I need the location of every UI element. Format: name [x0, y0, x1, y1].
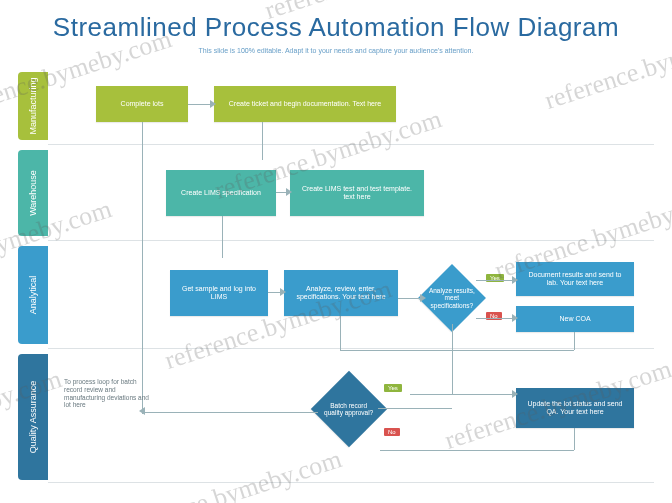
slide-title: Streamlined Process Automation Flow Diag… [18, 12, 654, 43]
connector [452, 324, 453, 394]
slide-subtitle: This slide is 100% editable. Adapt it to… [18, 47, 654, 54]
connector [340, 350, 574, 351]
connector [410, 394, 516, 395]
connector [476, 318, 516, 319]
decision-batch-record: Batch record quality approval? [311, 371, 387, 447]
connector [476, 280, 516, 281]
arrow-icon [286, 188, 292, 196]
node-new-coa: New COA [516, 306, 634, 332]
connector [380, 450, 574, 451]
arrow-icon [512, 276, 518, 284]
lane-label: Warehouse [28, 170, 38, 216]
slide: Streamlined Process Automation Flow Diag… [0, 0, 672, 503]
divider [48, 144, 654, 145]
connector [222, 216, 223, 258]
divider [48, 348, 654, 349]
connector [262, 122, 263, 160]
decision-label: Batch record quality approval? [322, 402, 376, 417]
lane-label: Analytical [28, 276, 38, 315]
decision-label: Analyze results, meet specifications? [428, 287, 476, 309]
connector [340, 316, 341, 350]
lane-label: Quality Assurance [28, 381, 38, 454]
arrow-icon [420, 294, 426, 302]
lane-warehouse: Warehouse [18, 150, 48, 236]
decision-analyze-results: Analyze results, meet specifications? [418, 264, 486, 332]
connector [574, 428, 575, 450]
arrow-icon [280, 288, 286, 296]
lane-analytical: Analytical [18, 246, 48, 344]
node-get-sample: Get sample and log into LIMS [170, 270, 268, 316]
diagram-canvas: Manufacturing Warehouse Analytical Quali… [18, 72, 654, 492]
lane-labels: Manufacturing Warehouse Analytical Quali… [18, 72, 48, 492]
divider [48, 482, 654, 483]
node-update-lot-status: Update the lot status and send QA. Your … [516, 388, 634, 428]
connector [378, 408, 452, 409]
note-process-loop: To process loop for batch record review … [64, 378, 152, 409]
node-lims-test: Create LIMS test and test template. text… [290, 170, 424, 216]
divider [48, 240, 654, 241]
connector [142, 122, 143, 414]
tag-yes: Yes [384, 384, 402, 392]
connector [142, 412, 318, 413]
node-document-results: Document results and send to lab. Your t… [516, 262, 634, 296]
node-lims-spec: Create LIMS specification [166, 170, 276, 216]
tag-no: No [384, 428, 400, 436]
lane-quality-assurance: Quality Assurance [18, 354, 48, 480]
connector [574, 332, 575, 350]
node-create-ticket: Create ticket and begin documentation. T… [214, 86, 396, 122]
node-complete-lots: Complete lots [96, 86, 188, 122]
arrow-icon [210, 100, 216, 108]
node-analyze-review: Analyze, review, enter, specifications. … [284, 270, 398, 316]
arrow-icon [512, 314, 518, 322]
arrow-icon [139, 407, 145, 415]
arrow-icon [512, 390, 518, 398]
lane-label: Manufacturing [28, 77, 38, 134]
lane-manufacturing: Manufacturing [18, 72, 48, 140]
